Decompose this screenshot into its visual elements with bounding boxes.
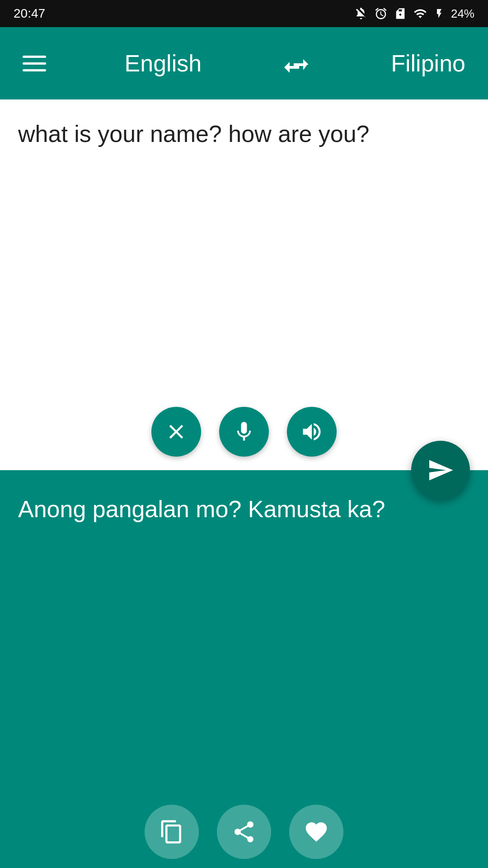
swap-languages-button[interactable]	[280, 47, 313, 80]
charging-icon	[434, 7, 445, 20]
clear-button[interactable]	[151, 407, 201, 457]
output-text: Anong pangalan mo? Kamusta ka?	[18, 493, 470, 764]
favorite-button[interactable]	[289, 805, 343, 859]
share-icon	[231, 819, 257, 844]
swap-icon	[280, 47, 313, 80]
close-icon	[164, 420, 188, 443]
heart-icon	[304, 819, 329, 844]
alarm-icon	[374, 7, 388, 20]
send-icon	[427, 457, 454, 484]
input-area: what is your name? how are you?	[0, 99, 488, 470]
copy-icon	[159, 819, 184, 844]
output-area: Anong pangalan mo? Kamusta ka?	[0, 470, 488, 868]
translate-button[interactable]	[411, 441, 470, 500]
speak-button[interactable]	[287, 407, 337, 457]
share-button[interactable]	[217, 805, 271, 859]
microphone-button[interactable]	[219, 407, 269, 457]
microphone-icon	[232, 420, 256, 443]
input-text[interactable]: what is your name? how are you?	[18, 118, 470, 344]
menu-button[interactable]	[23, 56, 46, 71]
sim-card-icon	[394, 7, 407, 20]
output-controls	[145, 805, 343, 859]
target-language-button[interactable]: Filipino	[391, 50, 465, 77]
signal-icon	[413, 7, 427, 20]
copy-button[interactable]	[145, 805, 199, 859]
source-language-button[interactable]: English	[125, 50, 202, 77]
input-controls	[151, 407, 337, 457]
notification-muted-icon	[354, 7, 368, 20]
status-time: 20:47	[14, 6, 45, 21]
status-icons: 24%	[354, 7, 474, 21]
status-bar: 20:47 24%	[0, 0, 488, 27]
volume-icon	[300, 420, 324, 443]
header: English Filipino	[0, 27, 488, 99]
battery-text: 24%	[451, 7, 474, 21]
